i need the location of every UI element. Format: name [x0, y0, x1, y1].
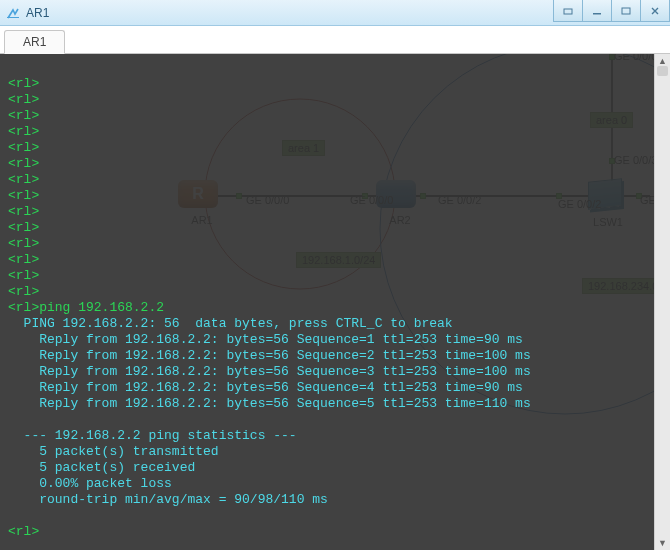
prompt: <rl>	[8, 524, 39, 539]
ping-header: PING 192.168.2.2: 56 data bytes, press C…	[8, 316, 453, 331]
ping-stat: round-trip min/avg/max = 90/98/110 ms	[8, 492, 328, 507]
prompt: <rl>	[8, 252, 39, 267]
prompt: <rl>	[8, 268, 39, 283]
window-extra-button[interactable]	[553, 0, 583, 22]
ping-stat: 5 packet(s) received	[8, 460, 195, 475]
scroll-down-arrow[interactable]: ▼	[655, 536, 670, 550]
terminal[interactable]: <rl> <rl> <rl> <rl> <rl> <rl> <rl> <rl> …	[0, 54, 670, 550]
close-button[interactable]	[640, 0, 670, 22]
svg-rect-3	[622, 8, 630, 14]
ping-reply: Reply from 192.168.2.2: bytes=56 Sequenc…	[8, 396, 531, 411]
ping-reply: Reply from 192.168.2.2: bytes=56 Sequenc…	[8, 364, 531, 379]
minimize-button[interactable]	[582, 0, 612, 22]
app-window: AR1 AR1	[0, 0, 670, 550]
prompt: <rl>	[8, 140, 39, 155]
prompt: <rl>	[8, 156, 39, 171]
maximize-button[interactable]	[611, 0, 641, 22]
titlebar[interactable]: AR1	[0, 0, 670, 26]
prompt: <rl>	[8, 92, 39, 107]
prompt: <rl>	[8, 124, 39, 139]
window-title: AR1	[26, 6, 49, 20]
svg-rect-2	[593, 13, 601, 15]
prompt: <rl>	[8, 204, 39, 219]
scroll-thumb[interactable]	[657, 66, 668, 76]
ping-stat: 5 packet(s) transmitted	[8, 444, 219, 459]
svg-rect-0	[7, 17, 19, 18]
prompt: <rl>	[8, 172, 39, 187]
cmd-line: <rl>ping 192.168.2.2	[8, 300, 164, 315]
svg-rect-1	[564, 9, 572, 14]
ping-reply: Reply from 192.168.2.2: bytes=56 Sequenc…	[8, 380, 523, 395]
tab-label: AR1	[23, 35, 46, 49]
app-icon	[6, 6, 20, 20]
prompt: <rl>	[8, 76, 39, 91]
ping-stat: 0.00% packet loss	[8, 476, 172, 491]
prompt: <rl>	[8, 220, 39, 235]
tab-ar1[interactable]: AR1	[4, 30, 65, 54]
prompt: <rl>	[8, 108, 39, 123]
vertical-scrollbar[interactable]: ▲ ▼	[654, 54, 670, 550]
ping-reply: Reply from 192.168.2.2: bytes=56 Sequenc…	[8, 332, 523, 347]
prompt: <rl>	[8, 188, 39, 203]
prompt: <rl>	[8, 284, 39, 299]
window-controls	[554, 0, 670, 22]
tab-bar: AR1	[0, 26, 670, 54]
ping-reply: Reply from 192.168.2.2: bytes=56 Sequenc…	[8, 348, 531, 363]
prompt: <rl>	[8, 236, 39, 251]
ping-stats-header: --- 192.168.2.2 ping statistics ---	[8, 428, 297, 443]
